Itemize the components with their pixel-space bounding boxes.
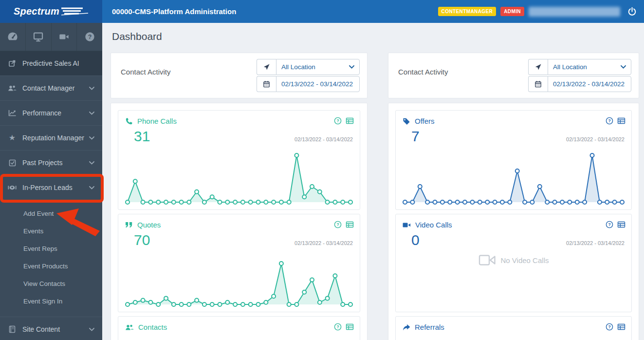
table-icon[interactable] — [617, 117, 626, 125]
sidebar-item-in-person-leads[interactable]: In-Person Leads — [0, 175, 102, 200]
offers-value: 7 — [411, 128, 420, 145]
location-select-right[interactable]: All Location — [528, 59, 631, 75]
help-circle-icon[interactable]: ? — [334, 117, 342, 125]
gauge-icon[interactable] — [0, 23, 26, 51]
sidebar-item-label: In-Person Leads — [22, 184, 89, 191]
metrics-panel-left: Phone Calls ? 31 02/13/2022 - 03/14/2022 — [110, 103, 368, 340]
role-badge-contentmanager: CONTENTMANAGER — [438, 7, 497, 16]
sidebar-item-label: Past Projects — [22, 159, 89, 167]
submenu-item-add-event[interactable]: Add Event — [0, 205, 102, 222]
submenu-item-events[interactable]: Events — [0, 222, 102, 240]
sidebar-item-performance[interactable]: Performance — [0, 100, 102, 125]
screen: Spectrum 00000-CMS-Platform Administrati… — [0, 0, 644, 340]
card-date-range: 02/13/2022 - 03/14/2022 — [294, 240, 353, 246]
app-title: 00000-CMS-Platform Administration — [112, 7, 236, 16]
logo-speed-lines-icon — [61, 6, 89, 17]
chevron-down-icon — [89, 87, 94, 90]
referrals-card: Referrals ? — [395, 316, 632, 340]
video-calls-card: Video Calls ? 0 02/13/2022 - 03/14/2022 — [395, 214, 632, 312]
no-video-calls-empty-state: No Video Calls — [396, 254, 631, 266]
sidebar-item-label: Site Content — [22, 325, 89, 333]
date-range-value: 02/13/2022 - 03/14/2022 — [553, 80, 626, 88]
users-icon — [8, 84, 17, 92]
calendar-icon — [528, 76, 548, 92]
table-icon[interactable] — [346, 221, 354, 228]
help-icon[interactable]: ? — [77, 23, 102, 51]
brand-name: Spectrum — [14, 6, 59, 17]
sidebar-item-past-projects[interactable]: Past Projects — [0, 150, 102, 175]
chevron-down-icon — [89, 328, 94, 331]
card-title: Referrals — [415, 323, 444, 331]
sidebar-item-reputation-manager[interactable]: ★ Reputation Manager — [0, 125, 102, 150]
calendar-icon — [257, 76, 276, 92]
location-select-value: All Location — [281, 63, 349, 71]
phone-calls-value: 31 — [134, 128, 150, 145]
svg-text:?: ? — [336, 222, 339, 227]
help-circle-icon[interactable]: ? — [606, 221, 613, 228]
card-title: Contacts — [138, 323, 167, 331]
navigation-icon — [257, 59, 276, 75]
phone-icon — [125, 117, 133, 125]
handshake-icon — [8, 184, 17, 191]
brand-logo[interactable]: Spectrum — [0, 0, 102, 23]
contact-activity-panel-left: Contact Activity All Location 02/13/202 — [110, 53, 368, 98]
power-icon[interactable] — [626, 6, 637, 17]
chevron-down-icon — [349, 65, 354, 69]
main-content: Dashboard Contact Activity All Location — [102, 23, 644, 340]
panel-title: Contact Activity — [398, 68, 448, 76]
submenu-item-event-sign-in[interactable]: Event Sign In — [0, 292, 102, 310]
sidebar-item-label: Contact Manager — [22, 84, 89, 92]
table-icon[interactable] — [346, 323, 354, 331]
empty-state-text: No Video Calls — [501, 256, 549, 264]
help-circle-icon[interactable]: ? — [606, 117, 613, 125]
star-icon: ★ — [8, 134, 17, 142]
sidebar-item-label: Performance — [22, 109, 89, 117]
submenu-item-event-products[interactable]: Event Products — [0, 257, 102, 275]
card-title: Phone Calls — [137, 117, 177, 125]
sidebar-item-contact-manager[interactable]: Contact Manager — [0, 76, 102, 100]
date-range-input-right[interactable]: 02/13/2022 - 03/14/2022 — [528, 76, 631, 92]
date-range-value: 02/13/2022 - 03/14/2022 — [281, 80, 354, 88]
card-title: Offers — [415, 117, 435, 125]
monitor-icon[interactable] — [26, 23, 52, 51]
help-circle-icon[interactable]: ? — [334, 221, 342, 228]
contact-activity-panel-right: Contact Activity All Location 02/13/202 — [388, 53, 639, 98]
help-circle-icon[interactable]: ? — [334, 323, 342, 331]
sidebar-item-predictive-sales-ai[interactable]: Predictive Sales AI — [0, 51, 102, 76]
video-camera-icon[interactable] — [52, 23, 77, 51]
sidebar-item-site-content[interactable]: Site Content — [0, 317, 102, 340]
submenu-item-event-reps[interactable]: Event Reps — [0, 240, 102, 257]
user-name-redacted — [529, 7, 620, 17]
external-link-icon — [8, 59, 17, 67]
quotes-value: 70 — [134, 232, 150, 248]
contacts-card: Contacts ? — [118, 316, 360, 340]
card-title: Video Calls — [415, 221, 452, 229]
video-icon — [403, 222, 411, 228]
panel-title: Contact Activity — [121, 68, 171, 76]
sidebar-item-label: Reputation Manager — [22, 134, 89, 142]
tag-icon — [403, 117, 410, 125]
location-select-left[interactable]: All Location — [257, 59, 360, 75]
svg-text:?: ? — [336, 118, 339, 123]
chevron-down-icon — [621, 65, 626, 69]
help-circle-icon[interactable]: ? — [606, 323, 613, 331]
book-icon — [8, 325, 17, 333]
navigation-icon — [528, 59, 548, 75]
offers-chart — [402, 151, 626, 206]
chart-line-icon — [8, 109, 17, 117]
chevron-down-icon — [89, 186, 94, 189]
video-camera-outline-icon — [478, 254, 496, 266]
date-range-input-left[interactable]: 02/13/2022 - 03/14/2022 — [257, 76, 360, 92]
card-date-range: 02/13/2022 - 03/14/2022 — [566, 136, 625, 142]
table-icon[interactable] — [617, 221, 626, 228]
card-title: Quotes — [137, 221, 161, 229]
top-bar: Spectrum 00000-CMS-Platform Administrati… — [0, 0, 644, 23]
table-icon[interactable] — [617, 323, 626, 331]
table-icon[interactable] — [346, 117, 354, 125]
sidebar-quick-icons: ? — [0, 23, 102, 51]
sidebar-item-label: Predictive Sales AI — [22, 59, 94, 67]
phone-calls-card: Phone Calls ? 31 02/13/2022 - 03/14/2022 — [118, 110, 360, 210]
metrics-panel-right: Offers ? 7 02/13/2022 - 03/14/2022 — [388, 103, 639, 340]
referral-arrow-icon — [403, 324, 410, 331]
submenu-item-view-contacts[interactable]: View Contacts — [0, 275, 102, 292]
